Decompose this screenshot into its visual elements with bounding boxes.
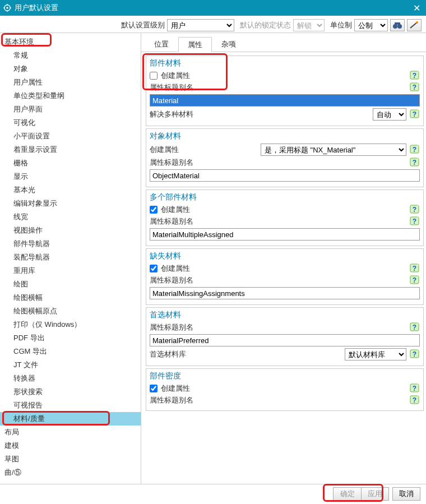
svg-point-9	[397, 24, 402, 29]
create-attr-label: 创建属性	[161, 263, 190, 274]
titlebar: 用户默认设置 ✕	[0, 0, 426, 16]
section-title: 对象材料	[150, 131, 420, 141]
toolbar: 默认设置级别 用户 默认的锁定状态 解锁 单位制 公制	[0, 16, 426, 33]
wand-icon[interactable]	[407, 19, 422, 31]
tab-位置[interactable]: 位置	[145, 36, 178, 52]
help-icon[interactable]	[410, 395, 420, 405]
tree-item[interactable]: 常规	[0, 49, 141, 62]
lib-label: 首选材料库	[150, 349, 186, 359]
tab-杂项[interactable]: 杂项	[212, 36, 246, 52]
lock-select: 解锁	[293, 19, 325, 31]
help-icon[interactable]	[410, 349, 420, 359]
tree-item[interactable]: 栅格	[0, 156, 141, 170]
help-icon[interactable]	[410, 82, 420, 93]
tree-item[interactable]: 用户界面	[0, 103, 141, 116]
tree-root[interactable]: 基本环境	[0, 35, 141, 49]
help-icon[interactable]	[410, 158, 420, 168]
create-attr-checkbox[interactable]	[150, 206, 158, 214]
tree-item[interactable]: CGM 导出	[0, 345, 141, 358]
tree-item[interactable]: 打印（仅 Windows）	[0, 318, 141, 331]
alias-input[interactable]	[150, 169, 420, 182]
tree-item[interactable]: 部件导航器	[0, 237, 141, 251]
level-select[interactable]: 用户	[167, 19, 234, 31]
help-icon[interactable]	[410, 263, 420, 274]
unit-label: 单位制	[330, 20, 352, 30]
help-icon[interactable]	[410, 322, 420, 332]
tree-item[interactable]: 可视化	[0, 116, 141, 130]
unit-select[interactable]: 公制	[354, 19, 388, 31]
tree-item[interactable]: 基本光	[0, 183, 141, 197]
tree-root[interactable]: 草图	[0, 452, 141, 466]
close-icon[interactable]: ✕	[411, 3, 423, 13]
tree-item[interactable]: 绘图横幅	[0, 291, 141, 304]
svg-point-8	[393, 24, 397, 29]
help-icon[interactable]	[410, 205, 420, 215]
section-title: 首选材料	[150, 310, 420, 320]
tree-item[interactable]: 形状搜索	[0, 385, 141, 399]
lib-select[interactable]: 默认材料库	[345, 348, 406, 360]
gear-icon	[3, 4, 11, 12]
alias-label: 属性标题别名	[150, 82, 193, 93]
lock-label: 默认的锁定状态	[240, 20, 291, 30]
create-attr-checkbox[interactable]	[150, 385, 158, 392]
create-attr-label: 创建属性	[161, 71, 190, 81]
tree-item[interactable]: 着重显示设置	[0, 143, 141, 156]
tree-item[interactable]: 编辑对象显示	[0, 197, 141, 210]
svg-point-12	[416, 21, 418, 24]
create-attr-label: 创建属性	[150, 145, 179, 155]
create-attr-select[interactable]: 是，采用标题 "NX_Material"	[261, 144, 406, 156]
tree-root[interactable]: 曲/⑤	[0, 466, 141, 479]
tree-item[interactable]: 重用库	[0, 264, 141, 278]
section-title: 缺失材料	[150, 251, 420, 261]
section-title: 多个部件材料	[150, 192, 420, 202]
alias-input[interactable]	[150, 334, 420, 346]
resolve-label: 解决多种材料	[150, 109, 193, 119]
help-icon[interactable]	[410, 383, 420, 394]
tree-item[interactable]: 装配导航器	[0, 251, 141, 264]
section-part-material: 部件材料 创建属性 属性标题别名 解决多种材料	[146, 56, 424, 126]
section-title: 部件密度	[150, 371, 420, 381]
section-missing: 缺失材料 创建属性 属性标题别名	[146, 248, 424, 305]
tree-item[interactable]: 用户属性	[0, 76, 141, 89]
tree-item[interactable]: 对象	[0, 62, 141, 76]
tree-item[interactable]: JT 文件	[0, 358, 141, 372]
resolve-select[interactable]: 自动	[373, 108, 406, 121]
tree-item[interactable]: 绘图	[0, 278, 141, 291]
cancel-button[interactable]: 取消	[392, 487, 420, 501]
svg-line-11	[410, 22, 417, 28]
tree-item[interactable]: 线宽	[0, 210, 141, 224]
tree-item[interactable]: 显示	[0, 170, 141, 183]
ok-button[interactable]: 确定	[333, 487, 361, 501]
tree: 基本环境常规对象用户属性单位类型和量纲用户界面可视化小平面设置着重显示设置栅格显…	[0, 33, 141, 482]
tabs: 位置属性杂项	[141, 33, 426, 52]
section-multi-part: 多个部件材料 创建属性 属性标题别名	[146, 189, 424, 246]
create-attr-checkbox[interactable]	[150, 265, 158, 272]
alias-input[interactable]	[150, 287, 420, 299]
tree-root[interactable]: 建模	[0, 439, 141, 452]
section-title: 部件材料	[150, 58, 420, 68]
level-label: 默认设置级别	[121, 20, 165, 30]
binoculars-icon[interactable]	[390, 19, 405, 31]
alias-label: 属性标题别名	[150, 275, 193, 285]
tree-item[interactable]: 可视报告	[0, 399, 141, 412]
tree-item[interactable]: 单位类型和量纲	[0, 89, 141, 103]
tree-item[interactable]: 视图操作	[0, 224, 141, 237]
tab-属性[interactable]: 属性	[178, 37, 212, 52]
help-icon[interactable]	[410, 216, 420, 226]
tree-item[interactable]: 小平面设置	[0, 130, 141, 143]
create-attr-checkbox[interactable]	[150, 72, 158, 80]
tree-item[interactable]: PDF 导出	[0, 331, 141, 345]
help-icon[interactable]	[410, 275, 420, 285]
alias-input[interactable]	[150, 228, 420, 241]
svg-rect-10	[395, 22, 400, 25]
help-icon[interactable]	[410, 145, 420, 155]
tree-item[interactable]: 材料/质量	[0, 412, 141, 426]
tree-panel: 基本环境常规对象用户属性单位类型和量纲用户界面可视化小平面设置着重显示设置栅格显…	[0, 33, 141, 484]
apply-button[interactable]: 应用	[361, 487, 389, 501]
tree-item[interactable]: 转换器	[0, 372, 141, 385]
help-icon[interactable]	[410, 109, 420, 119]
tree-root[interactable]: 布局	[0, 426, 141, 439]
help-icon[interactable]	[410, 71, 420, 81]
tree-item[interactable]: 绘图横幅原点	[0, 304, 141, 318]
alias-input[interactable]	[150, 94, 420, 107]
